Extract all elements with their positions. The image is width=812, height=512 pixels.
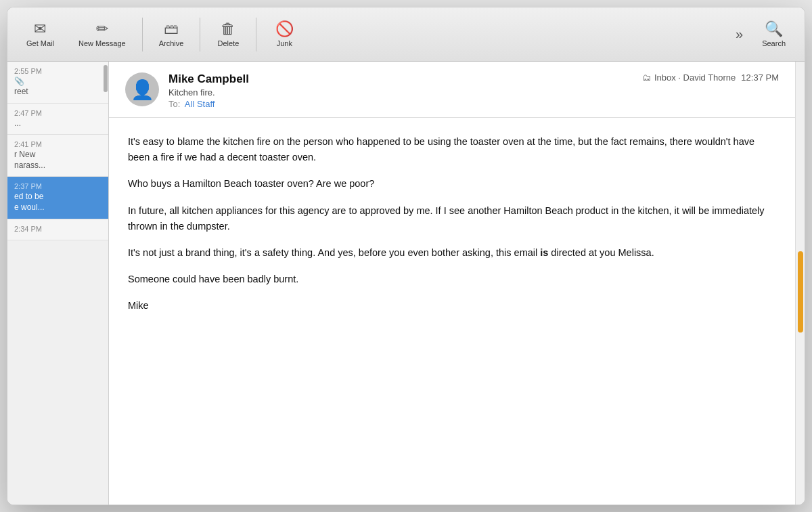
sender-avatar: 👤 xyxy=(125,72,159,106)
email-header-top: 👤 Mike Campbell Kitchen fire. To: All St… xyxy=(125,72,779,109)
sidebar-scrollbar-thumb xyxy=(104,65,108,92)
right-scrollbar-thumb xyxy=(798,251,803,333)
sidebar-item-0[interactable]: 2:55 PM 📎 reet xyxy=(7,62,108,104)
email-paragraph-2: In future, all kitchen appliances for th… xyxy=(128,203,776,234)
email-meta: 🗂 Inbox · David Thorne 12:37 PM xyxy=(642,72,779,83)
email-inbox-label: Inbox · David Thorne xyxy=(654,72,736,83)
sidebar-item-time-1: 2:47 PM xyxy=(14,109,99,117)
email-to-value: All Staff xyxy=(185,99,215,109)
avatar-person-icon: 👤 xyxy=(131,79,154,101)
email-paragraph-4: Someone could have been badly burnt. xyxy=(128,272,776,287)
email-inbox-badge: 🗂 Inbox · David Thorne xyxy=(642,72,736,83)
email-header: 👤 Mike Campbell Kitchen fire. To: All St… xyxy=(109,62,795,118)
toolbar-divider-3 xyxy=(256,18,256,51)
email-body: It's easy to blame the kitchen fire on t… xyxy=(109,118,795,505)
toolbar-divider-2 xyxy=(200,18,200,51)
archive-icon: 🗃 xyxy=(164,22,179,37)
sidebar-item-text-2: r Newnarass... xyxy=(14,150,99,171)
email-sender: Mike Campbell xyxy=(168,72,633,86)
toolbar: ✉ Get Mail ✏ New Message 🗃 Archive 🗑 Del… xyxy=(7,7,805,62)
sidebar-item-text-3: ed to bee woul... xyxy=(14,192,99,213)
folder-icon: 🗂 xyxy=(642,72,651,83)
sidebar-scrollbar-track[interactable] xyxy=(103,62,108,505)
email-pane: 👤 Mike Campbell Kitchen fire. To: All St… xyxy=(109,62,795,505)
toolbar-divider-1 xyxy=(142,18,143,51)
new-message-label: New Message xyxy=(78,39,126,47)
email-subject: Kitchen fire. xyxy=(168,87,633,98)
sidebar-item-2[interactable]: 2:41 PM r Newnarass... xyxy=(7,135,108,177)
sidebar-item-3[interactable]: 2:37 PM ed to bee woul... xyxy=(7,177,108,219)
sidebar-item-1[interactable]: 2:47 PM ... xyxy=(7,104,108,135)
search-label: Search xyxy=(762,39,786,47)
sidebar-item-text-1: ... xyxy=(14,119,99,129)
get-mail-label: Get Mail xyxy=(26,39,54,47)
mail-app-window: ✉ Get Mail ✏ New Message 🗃 Archive 🗑 Del… xyxy=(7,7,805,505)
junk-button[interactable]: 🚫 Junk xyxy=(261,18,308,51)
email-bold-is: is xyxy=(540,247,548,258)
email-paragraph-5: Mike xyxy=(128,298,776,314)
delete-button[interactable]: 🗑 Delete xyxy=(204,18,252,51)
email-to-label: To: xyxy=(168,99,180,109)
delete-icon: 🗑 xyxy=(221,22,235,37)
email-header-info: Mike Campbell Kitchen fire. To: All Staf… xyxy=(168,72,633,109)
more-actions-button[interactable]: » xyxy=(729,22,750,46)
junk-label: Junk xyxy=(277,39,292,47)
archive-button[interactable]: 🗃 Archive xyxy=(147,18,196,51)
email-paragraph-3: It's not just a brand thing, it's a safe… xyxy=(128,245,776,261)
email-paragraph-1: Who buys a Hamilton Beach toaster oven? … xyxy=(128,176,776,192)
sidebar-item-time-4: 2:34 PM xyxy=(14,225,99,233)
sidebar-item-text-0: reet xyxy=(14,87,99,98)
new-message-icon: ✏ xyxy=(96,22,108,37)
right-scrollbar-track[interactable] xyxy=(795,62,805,505)
sidebar: 2:55 PM 📎 reet 2:47 PM ... 2:41 PM r New… xyxy=(7,62,109,505)
sidebar-item-time-2: 2:41 PM xyxy=(14,140,99,148)
sidebar-item-4[interactable]: 2:34 PM xyxy=(7,219,108,240)
sidebar-item-time-0: 2:55 PM xyxy=(14,67,99,75)
main-content: 2:55 PM 📎 reet 2:47 PM ... 2:41 PM r New… xyxy=(7,62,805,505)
email-time: 12:37 PM xyxy=(741,72,779,83)
delete-label: Delete xyxy=(217,39,239,47)
new-message-button[interactable]: ✏ New Message xyxy=(66,18,138,51)
search-button[interactable]: 🔍 Search xyxy=(750,18,798,51)
junk-icon: 🚫 xyxy=(275,22,294,37)
attachment-icon-0: 📎 xyxy=(14,77,99,86)
get-mail-button[interactable]: ✉ Get Mail xyxy=(14,18,66,51)
email-to: To: All Staff xyxy=(168,99,633,109)
get-mail-icon: ✉ xyxy=(34,22,46,37)
search-icon: 🔍 xyxy=(765,22,783,37)
sidebar-item-time-3: 2:37 PM xyxy=(14,182,99,190)
archive-label: Archive xyxy=(159,39,184,47)
email-paragraph-0: It's easy to blame the kitchen fire on t… xyxy=(128,134,776,165)
